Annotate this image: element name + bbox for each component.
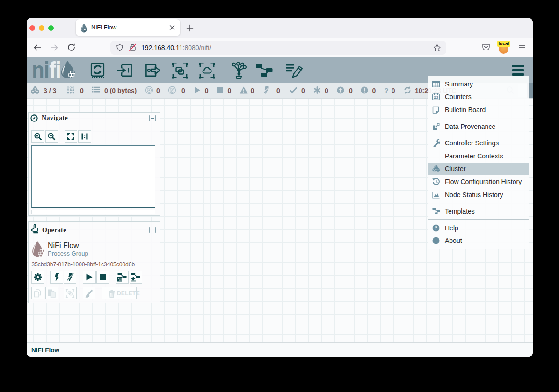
svg-text:?: ? bbox=[435, 225, 437, 230]
svg-text:23: 23 bbox=[434, 95, 438, 100]
